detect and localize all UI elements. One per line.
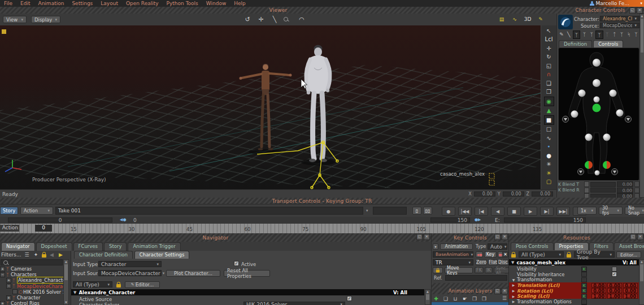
cube-solid-icon[interactable]: ■ [544, 115, 554, 125]
stroke-line-icon[interactable]: ╲ [565, 30, 572, 38]
navigator-tab[interactable]: Dopesheet [36, 242, 72, 251]
property-row[interactable]: Visibility K [509, 266, 639, 272]
lock-icon[interactable] [42, 254, 46, 258]
close-panel-icon[interactable]: ✕ [637, 7, 643, 14]
mirror-pose-icon[interactable]: ᛏ [611, 30, 618, 38]
property-value-y[interactable]: 1.00 [607, 294, 622, 299]
tree-expander[interactable]: − [6, 284, 11, 289]
character-controls-scrollbar[interactable]: ▲ [639, 14, 644, 198]
tree-expander[interactable]: + [6, 295, 11, 300]
property-value-z[interactable]: 1.00 [623, 294, 638, 299]
zoom-3d-icon[interactable]: 3D [523, 15, 532, 24]
menu-item[interactable]: Window [206, 1, 227, 6]
pan-camera-icon[interactable]: ✛ [255, 15, 267, 24]
reset-all-properties-button[interactable]: Reset All Properties [224, 270, 270, 277]
delete-layer-icon[interactable]: ⊔ [452, 295, 459, 302]
blend-value-field[interactable]: 0.00 [617, 188, 633, 193]
character-stance-icon[interactable]: ᛉ [573, 30, 581, 39]
menu-item[interactable]: File [4, 1, 12, 6]
edit-pencil-icon[interactable]: ✎ [558, 30, 565, 38]
sphere-icon[interactable]: ● [545, 151, 554, 160]
property-value-y[interactable] [607, 299, 622, 304]
lock-icon[interactable] [116, 284, 121, 287]
tree-expander[interactable]: − [0, 272, 5, 277]
mesh-header-row[interactable]: ▼ casaco_mesh_alex V: All [509, 259, 639, 265]
float-panel-icon[interactable]: ◱ [494, 234, 501, 240]
lock-icon-2[interactable] [567, 254, 571, 258]
tree-scrollbar[interactable]: ▲▼ [63, 259, 69, 305]
menu-item[interactable]: Animation [38, 1, 64, 6]
property-value-x[interactable] [591, 267, 606, 272]
star-filter-icon[interactable]: ✦ [33, 252, 40, 258]
lock-icon[interactable] [511, 254, 516, 258]
float-panel-icon[interactable]: ◱ [494, 288, 501, 294]
layer-cube-icon-2[interactable]: ❐ [481, 295, 488, 302]
previous-key-button[interactable]: ◀● [476, 251, 483, 258]
ref-field[interactable] [445, 275, 507, 281]
y-value-field[interactable]: 0.00 [503, 191, 524, 197]
property-value-y[interactable] [607, 272, 622, 277]
take-field[interactable]: Take 001 [55, 207, 363, 215]
character-controls-tab[interactable]: Definition [559, 40, 592, 48]
duplicate-layer-icon[interactable]: ❏ [442, 295, 449, 302]
fps-dropdown[interactable]: 30 fps [599, 207, 623, 215]
forward-arrow-icon[interactable]: ▶ [58, 252, 64, 258]
blend-key-button[interactable] [584, 188, 589, 193]
collapse-icon[interactable]: ▼ [73, 290, 76, 295]
property-row[interactable]: ▶ Translation (Lcl) K 0.00 0.00 0.00 [509, 282, 639, 288]
property-value-y[interactable] [607, 277, 622, 282]
float-panel-icon[interactable]: ◱ [630, 234, 636, 240]
animation-mode-chevron[interactable]: ▾ [433, 243, 438, 250]
tree-expander[interactable]: + [0, 301, 5, 305]
plot-pose-icon[interactable]: ᛉ [619, 30, 625, 38]
blend-slider[interactable] [590, 182, 616, 187]
resources-scrollbar[interactable]: ▲ [639, 259, 644, 305]
tree-item[interactable]: + ᛉ Cameras [0, 266, 63, 272]
play-button[interactable]: ▶ [524, 207, 537, 216]
user-account[interactable]: Marcello Fe... [590, 0, 629, 7]
full-body-icon[interactable]: ᛉ [633, 30, 639, 38]
navigator-tab[interactable]: Animation Trigger [128, 242, 180, 251]
record-button[interactable]: ● [442, 207, 455, 216]
close-panel-icon[interactable]: ✕ [502, 234, 508, 240]
float-panel-icon[interactable]: ◱ [416, 234, 423, 240]
character-settings-tab[interactable]: Character Settings [134, 251, 190, 259]
property-value-y[interactable]: 0.00 [607, 283, 622, 288]
key-button[interactable] [581, 299, 587, 304]
move-keys-button[interactable]: Move Keys [445, 267, 473, 273]
property-value-x[interactable] [591, 272, 606, 277]
new-layer-icon[interactable]: ✚ [433, 295, 440, 302]
snap-dropdown[interactable]: No Snap [625, 207, 644, 215]
character-controls-tab[interactable]: Controls [593, 40, 623, 48]
animation-button[interactable]: Animation [440, 243, 473, 250]
timeline-ruler[interactable]: Action 0 153045607590105120135 [0, 224, 644, 233]
sync-all-button[interactable]: Sync. All... [494, 267, 509, 273]
property-expander[interactable]: ▼ [511, 278, 516, 282]
pivot-cone-icon[interactable]: ▲ [545, 107, 554, 115]
character-solver-dropdown[interactable]: HIK 2016 Solver [243, 302, 345, 305]
tree-item[interactable]: − ᛉ MocapDeviceCharacter [0, 284, 63, 289]
flat-button[interactable]: Flat [488, 259, 498, 265]
navigator-tab[interactable]: Navigator [1, 242, 35, 251]
collapse-icon[interactable]: ▼ [511, 260, 514, 265]
property-value-x[interactable]: 0.00 [591, 288, 606, 293]
copy-icon[interactable]: ❏ [545, 79, 554, 88]
key-button[interactable] [581, 272, 587, 277]
previous-frame-button[interactable]: ◀ [491, 207, 504, 216]
key-tool-button[interactable] [433, 267, 443, 273]
slider-handle-icon[interactable]: ◀● [120, 217, 127, 222]
menu-item[interactable]: Help [234, 1, 246, 6]
asterisk-icon[interactable]: ✳ [545, 160, 554, 169]
tree-item[interactable]: + ᛉ Character [0, 295, 63, 300]
key-button[interactable]: K [581, 283, 587, 288]
next-frame-button[interactable]: ▶| [540, 207, 554, 216]
settings-scrollbar[interactable]: ▲ [425, 289, 430, 305]
property-row[interactable]: ▶ Transformation Options [509, 299, 639, 304]
orbit-camera-icon[interactable]: ↺ [242, 15, 253, 24]
editor-button[interactable]: Editor... [616, 251, 641, 258]
property-value-z[interactable] [623, 267, 638, 272]
merge-layer-icon[interactable]: ☛ [462, 295, 468, 302]
property-value-z[interactable] [623, 299, 638, 304]
zero-button[interactable]: Zero [476, 259, 487, 265]
draw-pen-icon[interactable]: ✎ [536, 15, 545, 24]
